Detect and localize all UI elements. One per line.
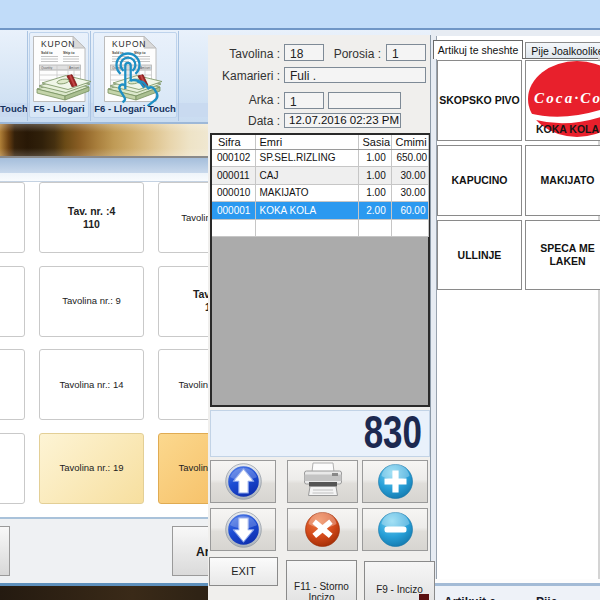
svg-text:Quantity: Quantity xyxy=(41,66,53,70)
svg-text:KUPON: KUPON xyxy=(112,39,146,49)
svg-text:KOKA KOLA: KOKA KOLA xyxy=(536,123,600,135)
svg-text:Ship to: Ship to xyxy=(134,51,146,55)
svg-text:Sold to: Sold to xyxy=(41,51,53,55)
svg-text:Ship to: Ship to xyxy=(63,51,75,55)
svg-text:Coca·Cola: Coca·Cola xyxy=(534,90,600,106)
svg-text:KUPON: KUPON xyxy=(41,39,75,49)
svg-text:Sold to: Sold to xyxy=(112,51,124,55)
